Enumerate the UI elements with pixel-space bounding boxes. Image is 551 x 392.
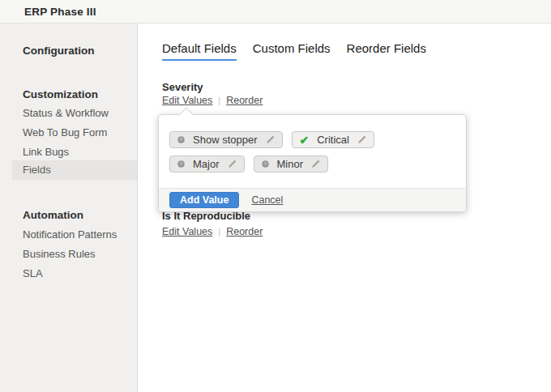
- value-label: Minor: [277, 158, 304, 170]
- value-chip-critical[interactable]: ✔ Critical: [292, 131, 374, 148]
- tab-reorder-fields[interactable]: Reorder Fields: [347, 41, 426, 61]
- sidebar-item-business-rules[interactable]: Business Rules: [23, 248, 96, 260]
- reorder-link-severity[interactable]: Reorder: [226, 95, 263, 106]
- tab-custom-fields[interactable]: Custom Fields: [253, 41, 331, 61]
- cancel-link[interactable]: Cancel: [251, 194, 283, 206]
- sidebar: Configuration Customization Status & Wor…: [0, 23, 138, 392]
- sidebar-section-configuration[interactable]: Configuration: [23, 45, 94, 57]
- main-content: Default Fields Custom Fields Reorder Fie…: [138, 23, 551, 392]
- edit-values-link-severity[interactable]: Edit Values: [162, 95, 212, 106]
- topbar: ERP Phase III: [0, 0, 551, 23]
- value-label: Critical: [317, 134, 349, 146]
- value-label: Major: [193, 158, 220, 170]
- dot-icon: [177, 136, 185, 143]
- value-chip-minor[interactable]: Minor: [254, 156, 329, 173]
- field-actions-reproducible: Edit Values | Reorder: [162, 226, 263, 237]
- field-actions-severity: Edit Values | Reorder: [162, 95, 263, 106]
- sidebar-item-status-workflow[interactable]: Status & Workflow: [23, 107, 109, 119]
- sidebar-section-customization: Customization: [23, 88, 98, 100]
- dot-icon: [177, 160, 185, 168]
- sidebar-item-sla[interactable]: SLA: [23, 267, 43, 279]
- sidebar-item-web-to-bug-form[interactable]: Web To Bug Form: [23, 126, 107, 138]
- reorder-link-reproducible[interactable]: Reorder: [226, 226, 263, 237]
- sidebar-item-notification-patterns[interactable]: Notification Patterns: [23, 228, 117, 241]
- sidebar-section-automation: Automation: [23, 209, 83, 221]
- sidebar-item-fields[interactable]: Fields: [12, 160, 137, 180]
- edit-values-link-reproducible[interactable]: Edit Values: [162, 226, 212, 237]
- project-title: ERP Phase III: [24, 6, 96, 18]
- link-separator: |: [218, 96, 220, 105]
- value-label: Show stopper: [193, 134, 258, 146]
- field-title-severity: Severity: [162, 81, 203, 93]
- value-chip-list: Show stopper ✔ Critical Major: [169, 131, 455, 173]
- tab-default-fields[interactable]: Default Fields: [162, 41, 237, 61]
- pencil-icon[interactable]: [228, 160, 237, 168]
- link-separator: |: [218, 227, 220, 236]
- pencil-icon[interactable]: [311, 160, 320, 168]
- value-chip-major[interactable]: Major: [169, 156, 245, 173]
- popover-footer: Add Value Cancel: [159, 188, 466, 211]
- value-chip-show-stopper[interactable]: Show stopper: [169, 131, 283, 148]
- check-icon: ✔: [300, 134, 310, 146]
- bugtracker-settings-window: ERP Phase III Configuration Customizatio…: [0, 0, 551, 392]
- pencil-icon[interactable]: [266, 135, 275, 144]
- pencil-icon[interactable]: [357, 135, 366, 144]
- dot-icon: [262, 160, 269, 168]
- add-value-button[interactable]: Add Value: [169, 192, 239, 208]
- edit-values-popover: Show stopper ✔ Critical Major: [158, 114, 467, 212]
- popover-arrow: [180, 108, 194, 121]
- tab-bar: Default Fields Custom Fields Reorder Fie…: [162, 41, 426, 61]
- sidebar-item-link-bugs[interactable]: Link Bugs: [23, 146, 69, 158]
